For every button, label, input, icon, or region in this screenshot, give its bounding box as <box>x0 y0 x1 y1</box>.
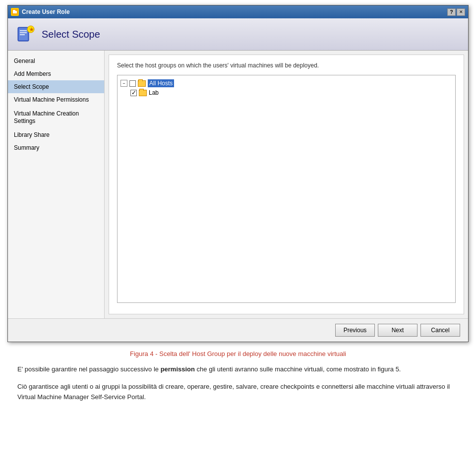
figure-caption: Figura 4 - Scelta dell' Host Group per i… <box>17 350 459 357</box>
dialog-app-icon <box>11 8 19 16</box>
svg-rect-2 <box>13 10 15 11</box>
body-paragraph-1: E' possibile garantire nel passaggio suc… <box>17 364 459 375</box>
tree-expander-all-hosts[interactable]: − <box>120 80 127 87</box>
main-panel: Select the host groups on which the user… <box>109 55 464 314</box>
close-button[interactable]: ✕ <box>457 8 465 16</box>
sidebar-item-library-share[interactable]: Library Share <box>8 128 104 141</box>
previous-button[interactable]: Previous <box>335 324 375 337</box>
dialog-window: Create User Role ? ✕ ★ <box>7 5 469 342</box>
body-paragraph-2: Ciò garantisce agli utenti o ai gruppi l… <box>17 382 459 403</box>
folder-icon-lab <box>139 90 147 96</box>
bold-permission: permission <box>161 365 195 373</box>
svg-text:★: ★ <box>29 27 34 32</box>
svg-rect-7 <box>20 34 25 35</box>
dialog-footer: Previous Next Cancel <box>8 318 468 342</box>
sidebar-item-add-members[interactable]: Add Members <box>8 67 104 80</box>
titlebar-left: Create User Role <box>11 8 70 16</box>
tree-node-all-hosts[interactable]: − All Hosts <box>120 78 452 88</box>
below-dialog-section: Figura 4 - Scelta dell' Host Group per i… <box>7 342 469 410</box>
cancel-button[interactable]: Cancel <box>420 324 460 337</box>
sidebar-item-vm-creation-settings[interactable]: Virtual Machine Creation Settings <box>8 107 104 128</box>
sidebar-item-vm-permissions[interactable]: Virtual Machine Permissions <box>8 93 104 107</box>
next-button[interactable]: Next <box>378 324 417 337</box>
help-button[interactable]: ? <box>447 8 456 16</box>
tree-label-lab: Lab <box>149 89 159 96</box>
sidebar-nav: General Add Members Select Scope Virtual… <box>8 51 105 318</box>
dialog-titlebar: Create User Role ? ✕ <box>8 5 468 18</box>
header-icon: ★ <box>16 24 36 44</box>
sidebar-item-select-scope[interactable]: Select Scope <box>8 80 104 93</box>
dialog-title: Create User Role <box>22 8 70 15</box>
sidebar-item-summary[interactable]: Summary <box>8 141 104 154</box>
tree-checkbox-lab[interactable]: ✓ <box>130 90 137 96</box>
folder-icon-all-hosts <box>138 80 146 87</box>
tree-node-lab[interactable]: ✓ Lab <box>130 88 452 97</box>
dialog-header-title: Select Scope <box>42 29 100 40</box>
svg-rect-6 <box>20 32 27 33</box>
tree-children: ✓ Lab <box>130 88 452 97</box>
instruction-text: Select the host groups on which the user… <box>117 62 456 69</box>
dialog-body: General Add Members Select Scope Virtual… <box>8 51 468 318</box>
titlebar-controls: ? ✕ <box>447 8 465 16</box>
host-tree-view[interactable]: − All Hosts ✓ Lab <box>117 75 456 303</box>
dialog-header: ★ Select Scope <box>8 18 468 51</box>
tree-label-all-hosts: All Hosts <box>148 79 174 87</box>
tree-checkbox-all-hosts[interactable] <box>129 80 136 87</box>
svg-rect-5 <box>20 30 27 31</box>
sidebar-item-general[interactable]: General <box>8 55 104 67</box>
